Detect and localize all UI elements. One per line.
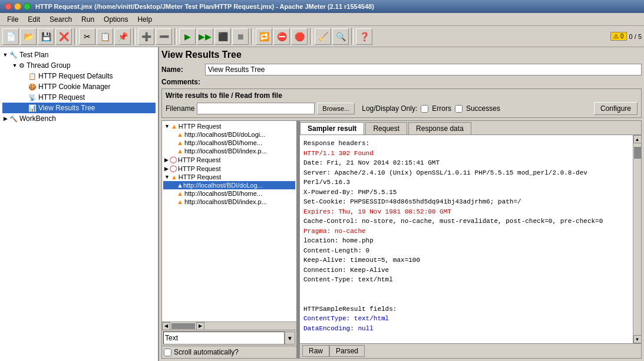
paste-button[interactable]: 📌 xyxy=(114,28,131,45)
name-row: Name: xyxy=(161,64,642,76)
play-no-pause-button[interactable]: ▶▶ xyxy=(197,28,213,45)
close-file-button[interactable]: ❌ xyxy=(55,28,72,45)
expand-r1[interactable]: ▼ xyxy=(164,123,170,129)
browse-button[interactable]: Browse... xyxy=(317,103,355,114)
remote-start-button[interactable]: 🔁 xyxy=(256,28,272,45)
expand-thread-group[interactable]: ▼ xyxy=(12,63,18,68)
search-button[interactable]: 🔍 xyxy=(332,28,349,45)
copy-button[interactable]: 📋 xyxy=(97,28,113,45)
cookie-manager-icon: 🍪 xyxy=(28,83,37,91)
response-line: Perl/v5.16.3 xyxy=(303,178,629,188)
open-button[interactable]: 📂 xyxy=(20,28,37,45)
response-line: Pragma: no-cache xyxy=(303,227,629,237)
errors-checkbox[interactable] xyxy=(421,105,428,113)
bottom-tab-parsed[interactable]: Parsed xyxy=(329,345,365,357)
text-filter-input[interactable] xyxy=(163,332,285,344)
result-item-r1[interactable]: ▼ ▲ HTTP Request xyxy=(163,122,295,130)
result-item-r10[interactable]: ▶ ▲ http://localhost/BDI/index.p... xyxy=(163,198,295,206)
text-filter-dropdown[interactable]: ▼ xyxy=(285,332,295,344)
menu-search[interactable]: Search xyxy=(45,14,77,25)
stop-button[interactable]: ⬛ xyxy=(214,28,231,45)
tree-item-workbench[interactable]: ▶ 🔨 WorkBench xyxy=(2,113,156,124)
tree-item-http-request[interactable]: ▶ 📡 HTTP Request xyxy=(2,92,156,103)
response-line: ContentType: text/html xyxy=(303,314,629,324)
menu-options[interactable]: Options xyxy=(99,14,133,25)
result-item-r9[interactable]: ▶ ▲ http://localhost/BDI/home... xyxy=(163,189,295,198)
write-results-box: Write results to file / Read from file F… xyxy=(161,88,642,118)
result-list-hscroll[interactable]: ◀ ▶ xyxy=(162,321,296,330)
response-vscroll[interactable]: ▲ ▼ xyxy=(633,135,641,343)
tab-response-data[interactable]: Response data xyxy=(408,122,471,134)
workbench-icon: 🔨 xyxy=(9,115,18,123)
hscroll-right[interactable]: ▶ xyxy=(196,322,204,330)
maximize-button[interactable] xyxy=(24,3,31,10)
response-line: Response headers: xyxy=(303,139,629,149)
tree-item-view-results-tree[interactable]: ▶ 📊 View Results Tree xyxy=(2,103,156,113)
menu-file[interactable]: File xyxy=(2,14,23,25)
tree-item-http-defaults[interactable]: ▶ 📋 HTTP Request Defaults xyxy=(2,71,156,81)
add-button[interactable]: ➕ xyxy=(138,28,154,45)
tree-item-cookie-manager[interactable]: ▶ 🍪 HTTP Cookie Manager xyxy=(2,81,156,92)
expand-test-plan[interactable]: ▼ xyxy=(2,52,8,58)
menu-help[interactable]: Help xyxy=(133,14,157,25)
menu-edit[interactable]: Edit xyxy=(23,14,45,25)
workbench-label: WorkBench xyxy=(19,114,56,123)
successes-checkbox[interactable] xyxy=(455,105,463,113)
clear-all-button[interactable]: 🧹 xyxy=(315,28,331,45)
minimize-button[interactable] xyxy=(14,3,21,10)
http-defaults-icon: 📋 xyxy=(28,73,37,80)
result-item-r3[interactable]: ▶ ▲ http://localhost/BDI/home... xyxy=(163,139,295,147)
log-display-label: Log/Display Only: xyxy=(362,104,417,113)
window-controls[interactable] xyxy=(5,3,31,10)
response-line: Cache-Control: no-store, no-cache, must-… xyxy=(303,216,629,227)
warning-icon-r7: ▲ xyxy=(171,173,177,180)
remote-stop-button[interactable]: ⛔ xyxy=(273,28,290,45)
expand-workbench[interactable]: ▶ xyxy=(2,116,8,122)
response-content: Response headers:HTTP/1.1 302 FoundDate:… xyxy=(300,135,633,343)
result-item-r5[interactable]: ▶ ◯ HTTP Request xyxy=(163,155,295,164)
hscroll-thumb[interactable] xyxy=(171,323,195,329)
vscroll-down[interactable]: ▼ xyxy=(633,335,642,343)
result-item-r4[interactable]: ▶ ▲ http://localhost/BDI/index.p... xyxy=(163,147,295,155)
left-tree-panel: ▼ 🔧 Test Plan ▼ ⚙ Thread Group ▶ 📋 HTTP … xyxy=(0,47,159,361)
result-item-r2[interactable]: ▶ ▲ http://localhost/BDI/doLogi... xyxy=(163,130,295,139)
write-results-title: Write results to file / Read from file xyxy=(166,91,638,100)
help-button[interactable]: ❓ xyxy=(356,28,372,45)
scroll-auto-checkbox[interactable] xyxy=(164,349,171,356)
warning-icon: ⚠ xyxy=(613,33,619,40)
vscroll-thumb[interactable] xyxy=(634,147,641,159)
result-item-r7[interactable]: ▼ ▲ HTTP Request xyxy=(163,173,295,181)
name-input[interactable] xyxy=(205,64,642,76)
warning-icon-r8: ▲ xyxy=(177,182,183,189)
toolbar-sep-3 xyxy=(174,28,177,45)
response-line: HTTP/1.1 302 Found xyxy=(303,149,629,159)
tree-item-test-plan[interactable]: ▼ 🔧 Test Plan xyxy=(2,50,156,60)
thread-group-icon: ⚙ xyxy=(19,62,25,70)
result-item-r6[interactable]: ▶ ◯ HTTP Request xyxy=(163,164,295,173)
tree-item-thread-group[interactable]: ▼ ⚙ Thread Group xyxy=(2,60,156,71)
filename-input[interactable] xyxy=(197,103,315,114)
hscroll-left[interactable]: ◀ xyxy=(162,322,170,330)
configure-button[interactable]: Configure xyxy=(594,102,638,115)
remote-stop-all-button[interactable]: 🛑 xyxy=(291,28,308,45)
menu-bar: File Edit Search Run Options Help xyxy=(0,13,644,26)
warning-icon-r1: ▲ xyxy=(171,123,177,130)
new-button[interactable]: 📄 xyxy=(2,28,19,45)
result-item-r8[interactable]: ▶ ▲ http://localhost/BDI/doLog... xyxy=(163,181,295,189)
remove-button[interactable]: ➖ xyxy=(156,28,172,45)
toolbar-sep-6 xyxy=(351,28,354,45)
tab-sampler-result[interactable]: Sampler result xyxy=(300,122,364,134)
tab-request[interactable]: Request xyxy=(365,122,407,134)
test-plan-icon: 🔧 xyxy=(9,51,18,59)
menu-run[interactable]: Run xyxy=(77,14,99,25)
bottom-tab-raw[interactable]: Raw xyxy=(302,345,329,357)
save-button[interactable]: 💾 xyxy=(38,28,54,45)
response-line: DataEncoding: null xyxy=(303,324,629,334)
stop-now-button[interactable]: ⏹ xyxy=(232,28,249,45)
close-button[interactable] xyxy=(5,3,12,10)
play-button[interactable]: ▶ xyxy=(179,28,196,45)
response-line: Content-Length: 0 xyxy=(303,246,629,256)
vscroll-up[interactable]: ▲ xyxy=(633,135,642,143)
result-label-r3: http://localhost/BDI/home... xyxy=(184,139,262,146)
cut-button[interactable]: ✂ xyxy=(79,28,95,45)
